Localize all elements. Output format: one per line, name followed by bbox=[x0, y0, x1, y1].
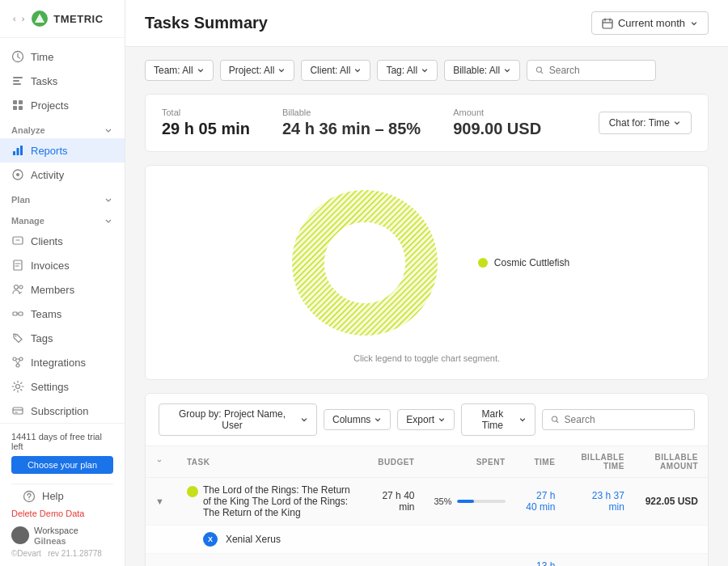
row-spent-cell: 35% bbox=[424, 478, 514, 526]
sidebar-item-tags[interactable]: Tags bbox=[0, 326, 125, 350]
chart-icon bbox=[11, 144, 24, 157]
row-billable-time-cell: 23 h 37 min bbox=[565, 478, 633, 526]
sidebar-item-tasks[interactable]: Tasks bbox=[0, 69, 125, 93]
th-spent: Spent bbox=[424, 446, 514, 478]
sidebar-item-reports-label: Reports bbox=[31, 145, 68, 157]
project-chevron-icon bbox=[277, 66, 286, 74]
expand-button[interactable]: ▼ bbox=[155, 496, 164, 506]
export-button[interactable]: Export bbox=[397, 409, 455, 430]
plan-section: Plan bbox=[0, 187, 125, 208]
sidebar-item-reports[interactable]: Reports bbox=[0, 138, 125, 163]
svg-point-14 bbox=[16, 173, 19, 176]
legend-item-0[interactable]: Cosmic Cuttlefish bbox=[478, 257, 569, 268]
chat-button[interactable]: Chat for: Time bbox=[599, 112, 692, 134]
manage-section: Manage bbox=[0, 208, 125, 229]
billable-filter-button[interactable]: Billable: All bbox=[444, 60, 520, 81]
svg-point-24 bbox=[16, 364, 19, 367]
svg-rect-3 bbox=[13, 77, 23, 78]
sidebar-item-projects-label: Projects bbox=[31, 99, 69, 112]
sidebar-item-invoices[interactable]: Invoices bbox=[0, 253, 125, 277]
project-filter-button[interactable]: Project: All bbox=[220, 60, 295, 81]
group2-task-cell: IB Imaan Burks bbox=[177, 554, 365, 567]
progress-bar-track bbox=[457, 500, 506, 503]
delete-demo-link[interactable]: Delete Demo Data bbox=[11, 509, 113, 518]
sidebar-item-teams[interactable]: Teams bbox=[0, 302, 125, 326]
team-filter-button[interactable]: Team: All bbox=[145, 60, 214, 81]
table-search-wrap bbox=[542, 409, 695, 430]
sidebar-item-members-label: Members bbox=[31, 284, 74, 296]
svg-rect-16 bbox=[14, 260, 22, 270]
group2-time-cell: 13 h 025 min bbox=[515, 554, 565, 567]
th-time: Time bbox=[515, 446, 565, 478]
group2-budget-cell bbox=[364, 554, 424, 567]
sidebar-item-tags-label: Tags bbox=[31, 332, 53, 344]
analyze-section: Analyze bbox=[0, 117, 125, 138]
svg-rect-30 bbox=[603, 19, 612, 28]
mark-time-button[interactable]: Mark Time bbox=[461, 403, 535, 436]
main-scrollable: Team: All Project: All Client: All Tag: … bbox=[125, 47, 728, 566]
sidebar-item-integrations[interactable]: Integrations bbox=[0, 350, 125, 374]
row-task-cell: The Lord of the Rings: The Return of the… bbox=[177, 478, 365, 526]
svg-rect-10 bbox=[13, 151, 15, 155]
plan-chevron-icon bbox=[104, 195, 113, 205]
tasks-icon bbox=[11, 74, 24, 87]
sidebar-item-clients[interactable]: Clients bbox=[0, 229, 125, 253]
legend-dot-0 bbox=[478, 258, 488, 268]
data-table: Task Budget Spent Time Billable Time Bil… bbox=[146, 446, 708, 566]
nav-back-button[interactable]: ‹ bbox=[11, 12, 18, 25]
row-billable-amount-cell: 922.05 USD bbox=[634, 478, 708, 526]
client-filter-button[interactable]: Client: All bbox=[301, 60, 370, 81]
svg-point-18 bbox=[19, 285, 23, 289]
sidebar-item-time[interactable]: Time bbox=[0, 44, 125, 69]
sidebar-item-help[interactable]: Help bbox=[11, 484, 113, 509]
group-by-button[interactable]: Group by: Project Name, User bbox=[159, 403, 317, 436]
sidebar-item-members[interactable]: Members bbox=[0, 277, 125, 302]
sidebar-item-subscription[interactable]: Subscription bbox=[0, 399, 125, 423]
billable-stat: Billable 24 h 36 min – 85% bbox=[282, 108, 421, 138]
tags-icon bbox=[11, 332, 24, 344]
columns-chevron-icon bbox=[374, 416, 382, 424]
clock-icon bbox=[11, 50, 24, 63]
donut-chart[interactable] bbox=[284, 182, 446, 344]
columns-button[interactable]: Columns bbox=[324, 409, 391, 430]
sidebar-nav: Time Tasks Projects Analyze bbox=[0, 38, 125, 423]
th-expand bbox=[146, 446, 177, 478]
progress-bar-fill bbox=[457, 500, 474, 503]
amount-stat: Amount 909.00 USD bbox=[453, 108, 541, 138]
chart-card: Cosmic Cuttlefish Click legend to toggle… bbox=[145, 165, 709, 380]
billable-label: Billable bbox=[282, 108, 421, 117]
user-indent-cell bbox=[146, 526, 177, 554]
th-billable-amount: Billable Amount bbox=[634, 446, 708, 478]
table-header: Task Budget Spent Time Billable Time Bil… bbox=[146, 446, 708, 478]
svg-rect-9 bbox=[19, 106, 23, 110]
total-stat: Total 29 h 05 min bbox=[162, 108, 250, 138]
members-icon bbox=[11, 283, 24, 296]
svg-rect-5 bbox=[13, 83, 21, 85]
svg-point-21 bbox=[15, 336, 17, 337]
tag-filter-button[interactable]: Tag: All bbox=[377, 60, 438, 81]
chart-area: Cosmic Cuttlefish bbox=[162, 182, 692, 344]
sidebar-item-teams-label: Teams bbox=[31, 308, 61, 320]
integrations-icon bbox=[11, 356, 24, 369]
svg-point-29 bbox=[28, 499, 29, 500]
filter-search-input[interactable] bbox=[549, 65, 647, 76]
workspace-text: Workspace Gilneas bbox=[34, 525, 78, 546]
th-budget: Budget bbox=[364, 446, 424, 478]
current-month-button[interactable]: Current month bbox=[591, 11, 709, 35]
svg-rect-27 bbox=[15, 412, 18, 413]
nav-forward-button[interactable]: › bbox=[20, 12, 27, 25]
logo-text: TMETRIC bbox=[53, 13, 103, 25]
sidebar-item-settings[interactable]: Settings bbox=[0, 374, 125, 399]
main-header: Tasks Summary Current month bbox=[125, 0, 728, 47]
svg-rect-6 bbox=[13, 100, 17, 104]
sidebar-item-projects[interactable]: Projects bbox=[0, 93, 125, 117]
groupby-chevron-icon bbox=[300, 416, 308, 424]
user-billable-time-cell bbox=[565, 526, 633, 554]
sidebar-item-activity[interactable]: Activity bbox=[0, 163, 125, 187]
workspace-avatar bbox=[11, 526, 29, 544]
export-chevron-icon bbox=[438, 416, 446, 424]
table-search-input[interactable] bbox=[565, 414, 686, 425]
sidebar-item-invoices-label: Invoices bbox=[31, 260, 70, 272]
filters-bar: Team: All Project: All Client: All Tag: … bbox=[145, 60, 709, 81]
choose-plan-button[interactable]: Choose your plan bbox=[11, 456, 113, 474]
